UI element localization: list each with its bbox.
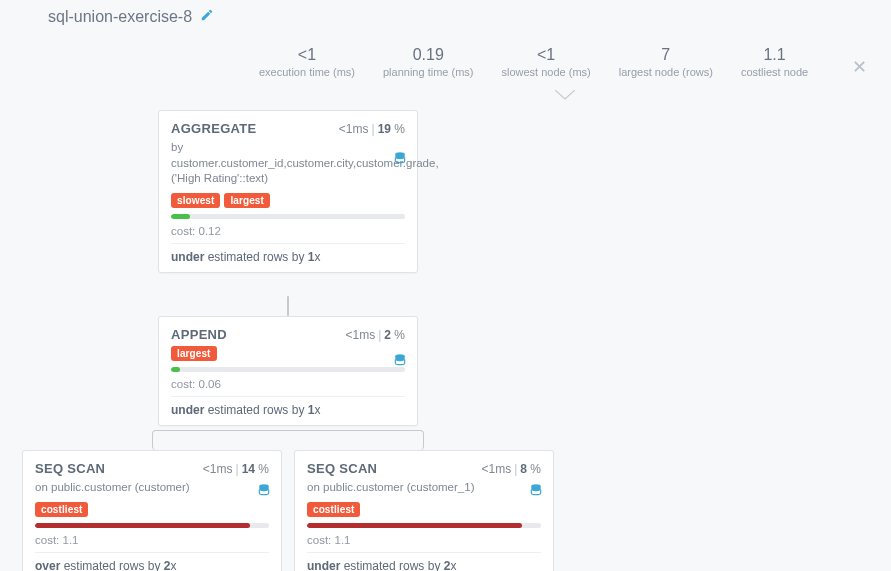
tag-costliest: costliest	[35, 502, 88, 517]
connector-append-children	[152, 430, 424, 450]
node-metrics: <1ms|14 %	[203, 462, 269, 476]
cost-value: cost: 1.1	[307, 534, 541, 553]
estimate-line: under estimated rows by 1x	[171, 250, 405, 264]
summary-execution-time: <1 execution time (ms)	[245, 46, 369, 78]
cost-bar	[171, 214, 405, 219]
connector-agg-append	[287, 296, 289, 316]
tag-costliest: costliest	[307, 502, 360, 517]
node-append[interactable]: APPEND <1ms|2 % largest cost: 0.06 under…	[158, 316, 418, 426]
tag-slowest: slowest	[171, 193, 220, 208]
summary-notch	[555, 90, 575, 100]
summary-costliest-node: 1.1 costliest node	[727, 46, 822, 78]
database-icon[interactable]	[257, 483, 271, 500]
node-metrics: <1ms|2 %	[345, 328, 405, 342]
estimate-line: under estimated rows by 1x	[171, 403, 405, 417]
node-title: SEQ SCAN	[35, 461, 105, 476]
cost-value: cost: 0.06	[171, 378, 405, 397]
summary-planning-time: 0.19 planning time (ms)	[369, 46, 487, 78]
node-tags: largest	[171, 346, 405, 361]
node-seq-scan-2[interactable]: SEQ SCAN <1ms|8 % on public.customer (cu…	[294, 450, 554, 571]
node-title: SEQ SCAN	[307, 461, 377, 476]
cost-value: cost: 0.12	[171, 225, 405, 244]
close-icon[interactable]: ✕	[852, 56, 867, 78]
node-subtext: by customer.customer_id,customer.city,cu…	[171, 140, 405, 187]
edit-icon[interactable]	[200, 8, 214, 26]
node-tags: costliest	[307, 502, 541, 517]
node-title: APPEND	[171, 327, 227, 342]
database-icon[interactable]	[529, 483, 543, 500]
page-title: sql-union-exercise-8	[48, 8, 192, 26]
node-tags: costliest	[35, 502, 269, 517]
cost-bar	[35, 523, 269, 528]
node-aggregate[interactable]: AGGREGATE <1ms|19 % by customer.customer…	[158, 110, 418, 273]
estimate-line: over estimated rows by 2x	[35, 559, 269, 571]
cost-bar	[307, 523, 541, 528]
estimate-line: under estimated rows by 2x	[307, 559, 541, 571]
node-subtext: on public.customer (customer)	[35, 480, 269, 496]
node-metrics: <1ms|8 %	[481, 462, 541, 476]
node-title: AGGREGATE	[171, 121, 257, 136]
cost-bar	[171, 367, 405, 372]
node-subtext: on public.customer (customer_1)	[307, 480, 541, 496]
summary-largest-node: 7 largest node (rows)	[605, 46, 727, 78]
node-metrics: <1ms|19 %	[339, 122, 405, 136]
node-tags: slowest largest	[171, 193, 405, 208]
tag-largest: largest	[224, 193, 270, 208]
summary-slowest-node: <1 slowest node (ms)	[487, 46, 604, 78]
cost-value: cost: 1.1	[35, 534, 269, 553]
page-title-row: sql-union-exercise-8	[48, 8, 214, 26]
summary-bar: <1 execution time (ms) 0.19 planning tim…	[245, 46, 822, 78]
database-icon[interactable]	[393, 151, 407, 168]
tag-largest: largest	[171, 346, 217, 361]
node-seq-scan-1[interactable]: SEQ SCAN <1ms|14 % on public.customer (c…	[22, 450, 282, 571]
